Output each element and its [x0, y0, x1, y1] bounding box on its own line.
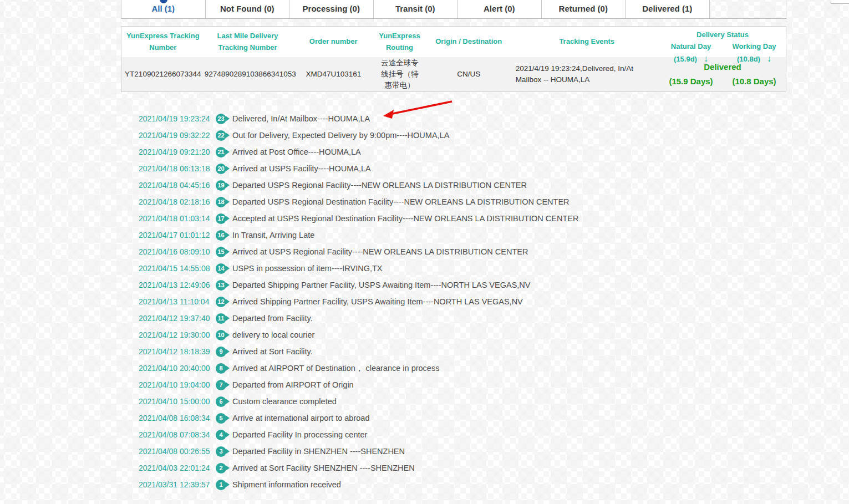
event-number: 13 [217, 282, 224, 288]
event-number-badge: 8 [216, 363, 226, 374]
cell-routing: 云途全球专线挂号（特惠带电） [376, 58, 423, 91]
event-number: 18 [217, 198, 224, 205]
event-number: 23 [217, 115, 224, 122]
results-table: YunExpress Tracking Number Last Mile Del… [121, 26, 786, 92]
event-timestamp: 2021/04/13 12:49:06 [139, 281, 216, 289]
event-number: 11 [218, 315, 225, 322]
event-description: Out for Delivery, Expected Delivery by 9… [232, 131, 449, 140]
event-timestamp: 2021/04/19 09:21:20 [139, 147, 216, 156]
event-number-badge: 4 [216, 430, 226, 440]
top-right-cropped-box [831, 0, 849, 4]
header-routing: YunExpress Routing [376, 30, 423, 53]
tracking-event: 2021/04/13 11:10:0412Arrived Shipping Pa… [139, 293, 786, 310]
tracking-event: 2021/04/17 01:01:1216In Transit, Arrivin… [139, 227, 786, 243]
event-number: 22 [217, 132, 224, 139]
event-number: 1 [219, 481, 222, 488]
tracking-event: 2021/04/18 04:45:1619Departed USPS Regio… [139, 177, 786, 194]
event-description: Accepted at USPS Regional Destination Fa… [232, 214, 578, 223]
tracking-event: 2021/04/10 20:40:008Arrived at AIRPORT o… [139, 360, 786, 376]
event-description: Arrived at Sort Facility. [232, 347, 313, 356]
header-last-mile-tracking: Last Mile Delivery Tracking Number [205, 30, 291, 53]
tab-bar-filler [710, 0, 787, 18]
event-timestamp: 2021/04/13 11:10:04 [139, 297, 216, 306]
tracking-event: 2021/04/18 06:13:1820Arrived at USPS Fac… [139, 160, 786, 177]
event-description: Arrived at Post Office----HOUMA,LA [232, 147, 361, 156]
tracking-event: 2021/04/12 18:18:399Arrived at Sort Faci… [139, 343, 786, 360]
event-description: delivery to local courier [232, 330, 314, 339]
tracking-event: 2021/04/10 19:04:007Departed from AIRPOR… [139, 376, 786, 393]
event-number-badge: 5 [216, 413, 226, 424]
header-yunexpress-tracking: YunExpress Tracking Number [121, 30, 205, 53]
event-timestamp: 2021/04/17 01:01:12 [139, 231, 216, 240]
header-delivery-status: Delivery Status [659, 29, 786, 40]
event-description: Departed from Facility. [232, 314, 313, 323]
status-badge: Delivered [659, 61, 786, 74]
tracking-event: 2021/04/12 19:37:4011Departed from Facil… [139, 310, 786, 327]
event-number-badge: 14 [216, 263, 226, 274]
event-number-badge: 3 [216, 446, 226, 457]
tracking-event: 2021/04/08 00:26:553Departed Facility in… [139, 443, 786, 460]
event-timestamp: 2021/04/08 00:26:55 [139, 447, 216, 456]
header-delivery-status-group: Delivery Status Natural Day (15.9d)↓ Wor… [659, 27, 786, 57]
event-number: 20 [217, 165, 224, 172]
cell-origin-destination: CN/US [423, 69, 515, 80]
tab-transit[interactable]: Transit (0) [374, 0, 458, 18]
natural-days-value: (15.9 Days) [659, 75, 723, 88]
event-timestamp: 2021/04/18 01:03:14 [139, 214, 216, 223]
tab-returned[interactable]: Returned (0) [542, 0, 626, 18]
event-number-badge: 12 [216, 297, 226, 307]
event-description: Arrived at USPS Regional Facility----NEW… [232, 247, 528, 256]
event-number-badge: 16 [216, 230, 226, 241]
cell-order-number: XMD47U103161 [291, 69, 377, 80]
event-number-badge: 15 [216, 247, 226, 257]
event-description: USPS in possession of item----IRVING,TX [232, 264, 382, 273]
event-timestamp: 2021/04/08 07:08:34 [139, 430, 216, 439]
red-arrow-annotation [380, 99, 455, 120]
event-number: 2 [219, 465, 222, 471]
tracking-event: 2021/04/18 01:03:1417Accepted at USPS Re… [139, 210, 786, 227]
tab-alert[interactable]: Alert (0) [457, 0, 542, 18]
header-order-number: Order number [291, 36, 376, 47]
cell-tracking-events: 2021/4/19 19:23:24,Delivered, In/At Mail… [515, 63, 659, 86]
tracking-event: 2021/04/19 19:23:2423Delivered, In/At Ma… [139, 110, 786, 127]
event-number: 9 [219, 348, 222, 355]
cell-delivery-status: Delivered (15.9 Days) (10.8 Days) [659, 61, 786, 88]
event-number-badge: 19 [216, 180, 226, 191]
tracking-event: 2021/04/19 09:32:2222Out for Delivery, E… [139, 127, 786, 144]
event-number-badge: 22 [216, 130, 226, 141]
event-number-badge: 18 [216, 197, 226, 207]
tab-not-found[interactable]: Not Found (0) [206, 0, 290, 18]
event-number-badge: 11 [216, 313, 226, 324]
event-timestamp: 2021/04/18 02:18:16 [139, 197, 216, 206]
tracking-event: 2021/03/31 12:39:571Shipment information… [139, 476, 786, 493]
header-tracking-events: Tracking Events [515, 36, 659, 47]
event-number-badge: 6 [216, 396, 226, 407]
event-description: Departed USPS Regional Facility----NEW O… [232, 181, 527, 190]
tab-processing[interactable]: Processing (0) [289, 0, 374, 18]
event-number: 21 [217, 149, 224, 155]
tab-delivered[interactable]: Delivered (1) [626, 0, 710, 18]
tracking-event: 2021/04/10 15:00:006Custom clearance com… [139, 393, 786, 410]
event-number-badge: 23 [216, 114, 226, 124]
working-days-value: (10.8 Days) [723, 75, 786, 88]
event-description: Arrived at AIRPORT of Destination， clear… [232, 363, 439, 374]
event-timestamp: 2021/04/10 19:04:00 [139, 380, 216, 389]
event-number: 14 [217, 265, 224, 272]
tracking-page: All (1)Not Found (0)Processing (0)Transi… [121, 0, 786, 493]
table-header-row: YunExpress Tracking Number Last Mile Del… [121, 27, 786, 57]
event-timestamp: 2021/04/12 18:18:39 [139, 347, 216, 356]
status-tab-bar: All (1)Not Found (0)Processing (0)Transi… [121, 0, 786, 19]
event-description: Arrive at international airport to abroa… [232, 414, 369, 422]
tracking-timeline: 2021/04/19 19:23:2423Delivered, In/At Ma… [121, 110, 786, 493]
event-description: Shipment information received [232, 480, 341, 489]
tracking-event: 2021/04/15 14:55:0814USPS in possession … [139, 260, 786, 277]
event-number-badge: 2 [216, 463, 226, 474]
event-number: 3 [219, 448, 222, 455]
event-timestamp: 2021/04/03 22:01:24 [139, 464, 216, 472]
event-number-badge: 7 [216, 380, 226, 390]
event-number: 8 [219, 365, 222, 371]
event-number: 7 [219, 381, 222, 388]
cell-last-mile-tracking-number: 9274890289103866341053 [205, 69, 291, 80]
event-timestamp: 2021/04/08 16:08:34 [139, 414, 216, 422]
event-number: 4 [219, 431, 222, 438]
